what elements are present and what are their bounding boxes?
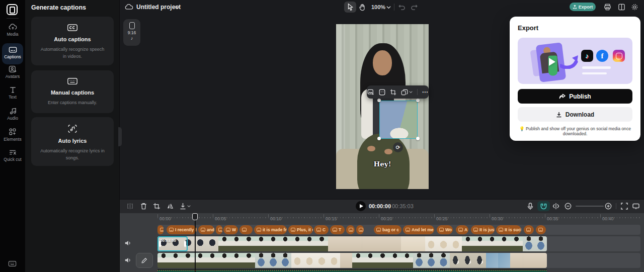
fit-timeline-icon[interactable]: [621, 203, 628, 210]
caption-segment[interactable]: A: [456, 225, 468, 234]
caption-segment-label: and: [207, 227, 214, 232]
selected-clip[interactable]: 00:03:00: [157, 236, 188, 251]
export-clip-icon[interactable]: [180, 203, 191, 210]
caption-segment[interactable]: And let me j: [403, 225, 434, 234]
caption-segment[interactable]: [239, 225, 253, 234]
caption-segment[interactable]: C: [314, 225, 329, 234]
chevron-down-icon[interactable]: [175, 5, 180, 9]
rotate-handle[interactable]: ⟳: [393, 142, 403, 152]
video-track-1[interactable]: [157, 236, 547, 251]
trim-handle-left[interactable]: [159, 241, 161, 247]
panel-collapse-handle[interactable]: [118, 127, 122, 146]
playhead-handle[interactable]: [192, 213, 198, 220]
caption-overlay-text[interactable]: Hey!: [336, 160, 429, 168]
more-options-icon[interactable]: ⋯: [422, 90, 429, 94]
phone-outline-icon: [129, 22, 135, 29]
caption-segment[interactable]: Wo: [437, 225, 453, 234]
caption-segment[interactable]: W: [223, 225, 238, 234]
layout-panels-icon[interactable]: [618, 3, 625, 11]
crop-clip-icon[interactable]: [153, 203, 160, 210]
caption-segment[interactable]: [536, 225, 546, 234]
cursor-tool-icon[interactable]: [347, 3, 354, 11]
zoom-level[interactable]: 100%: [371, 4, 385, 10]
clip-thumbnail-olive: [157, 253, 170, 268]
play-icon: [360, 204, 363, 208]
mirror-flip-icon[interactable]: [167, 203, 174, 210]
caption-segment[interactable]: and: [198, 225, 214, 234]
sidebar-item-captions[interactable]: Captions: [0, 46, 25, 60]
timeline-zoom-slider[interactable]: [576, 206, 604, 207]
export-popup-title: Export: [518, 24, 538, 32]
render-queue-icon[interactable]: [604, 3, 611, 11]
caption-segment[interactable]: Plus, it c: [288, 225, 313, 234]
settings-gear-icon[interactable]: [631, 3, 638, 11]
auto-captions-card[interactable]: Auto captions Automatically recognize sp…: [31, 17, 114, 65]
selection-box[interactable]: [379, 101, 418, 139]
caption-segment[interactable]: It is such: [496, 225, 521, 234]
caption-segment[interactable]: T: [330, 225, 345, 234]
audio-waveform-track[interactable]: [157, 269, 547, 272]
caption-segment[interactable]: [346, 225, 355, 234]
resize-handle-bl[interactable]: [377, 137, 381, 140]
clip-thumbnail-olive: [510, 236, 522, 251]
caption-segment[interactable]: [356, 225, 364, 234]
caption-segment[interactable]: It is just: [471, 225, 495, 234]
crop-icon[interactable]: [390, 89, 396, 96]
export-button[interactable]: Export: [570, 3, 596, 11]
project-name[interactable]: Untitled project: [136, 4, 181, 11]
voiceover-mic-icon[interactable]: [527, 203, 533, 210]
download-button[interactable]: Download: [518, 107, 632, 122]
zoom-chevron-icon[interactable]: [386, 6, 391, 9]
caption-segment-icon: [473, 228, 478, 232]
track2-mute-icon[interactable]: [124, 257, 131, 263]
zoom-in-icon[interactable]: [605, 203, 612, 210]
export-note: 💡 Publish and show off your genius on so…: [515, 126, 635, 136]
caption-segment-label: Plus, it c: [297, 227, 313, 232]
caption-segment[interactable]: bag or c: [374, 225, 401, 234]
magnet-snap-icon[interactable]: [540, 203, 547, 210]
clip-thumbnail-creambag: [315, 253, 328, 268]
hand-tool-icon[interactable]: [359, 3, 366, 11]
caption-segment[interactable]: it is made from l: [254, 225, 287, 234]
resize-handle-tr[interactable]: [416, 99, 420, 102]
publish-button[interactable]: Publish: [518, 89, 632, 104]
sidebar-item-avatars[interactable]: Avatars: [0, 65, 25, 79]
trim-handle-right[interactable]: [184, 241, 186, 247]
aspect-ratio-card[interactable]: 9:16 ♪: [123, 19, 140, 46]
delete-trash-icon[interactable]: [140, 203, 147, 210]
resize-handle-tl[interactable]: [377, 99, 381, 102]
clip-thumbnail-denim: [523, 236, 535, 251]
caption-segment[interactable]: [216, 225, 222, 234]
auto-lyrics-card[interactable]: Auto lyrics Automatically recognize lyri…: [31, 117, 114, 166]
card-title: Auto captions: [54, 36, 91, 42]
replace-media-icon[interactable]: [401, 89, 413, 96]
sidebar-item-audio[interactable]: Audio: [0, 107, 25, 121]
manual-captions-card[interactable]: Manual captions Enter captions manually.: [31, 70, 114, 113]
caption-segment[interactable]: [524, 225, 534, 234]
sidebar-item-quick-cut[interactable]: Quick cut: [0, 149, 25, 162]
divider: [417, 89, 418, 95]
sidebar-item-label: Audio: [7, 116, 18, 121]
resize-handle-br[interactable]: [416, 137, 420, 140]
track1-mute-icon[interactable]: [124, 240, 131, 246]
sidebar-item-media[interactable]: Media: [0, 23, 25, 37]
redo-icon[interactable]: [411, 4, 418, 10]
sidebar-item-elements[interactable]: Elements: [0, 128, 25, 142]
split-cursor-icon[interactable]: [552, 203, 559, 210]
play-button[interactable]: [356, 201, 366, 211]
caption-segment[interactable]: I recently b: [167, 225, 197, 234]
keyboard-shortcuts-icon[interactable]: [8, 260, 17, 267]
split-icon[interactable]: [127, 203, 133, 210]
zoom-out-icon[interactable]: [565, 203, 572, 210]
add-image-icon[interactable]: [367, 89, 374, 96]
sticker-icon[interactable]: [379, 89, 385, 96]
video-track-2[interactable]: [157, 253, 547, 268]
ruler-tick: [213, 214, 213, 217]
sidebar-item-text[interactable]: Text: [0, 86, 25, 100]
bulb-emoji: 💡: [519, 126, 525, 131]
caption-segment[interactable]: [157, 225, 164, 234]
undo-icon[interactable]: [398, 4, 406, 10]
preview-display-icon[interactable]: [632, 203, 639, 210]
sidebar-item-label: Text: [9, 95, 17, 100]
edit-track-button[interactable]: [136, 253, 153, 268]
